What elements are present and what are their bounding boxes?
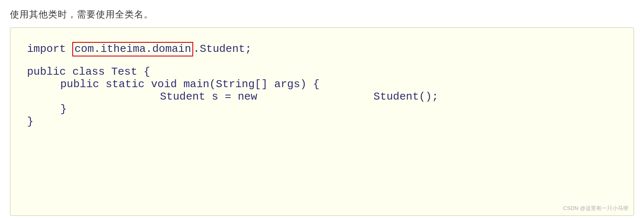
student-left: Student s = new: [160, 91, 257, 102]
class-declaration: public class Test {: [27, 66, 150, 77]
import-suffix: .Student;: [193, 44, 251, 54]
import-prefix: import: [27, 44, 72, 54]
main-method-line: public static void main(String[] args) {: [60, 79, 617, 90]
package-highlight: com.itheima.domain: [72, 42, 193, 56]
description-text: 使用其他类时，需要使用全类名。: [10, 8, 634, 21]
class-declaration-line: public class Test {: [27, 66, 617, 77]
code-content: import com.itheima.domain.Student; publi…: [27, 40, 617, 127]
main-method: public static void main(String[] args) {: [60, 79, 320, 90]
code-block: import com.itheima.domain.Student; publi…: [10, 27, 634, 216]
closing-brace-outer: }: [27, 116, 617, 127]
import-line: import com.itheima.domain.Student;: [27, 40, 617, 56]
student-right: Student();: [374, 91, 438, 102]
watermark: CSDN @这里有一只小马呀: [563, 205, 629, 212]
student-instantiation-line: Student s = newStudent();: [160, 91, 617, 102]
cursor: [252, 40, 253, 52]
closing-brace-inner: }: [60, 104, 617, 115]
